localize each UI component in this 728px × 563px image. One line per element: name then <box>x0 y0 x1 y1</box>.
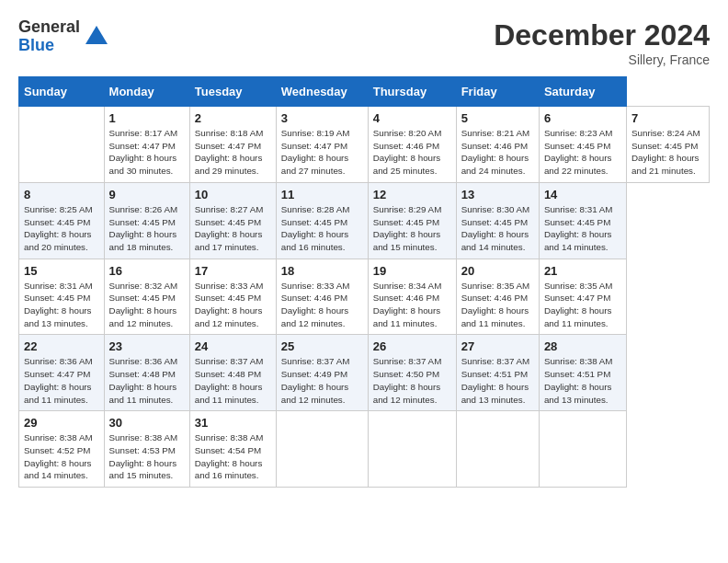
day-cell: 20Sunrise: 8:35 AMSunset: 4:46 PMDayligh… <box>456 259 539 335</box>
day-number: 9 <box>109 188 185 201</box>
day-info: Sunrise: 8:38 AMSunset: 4:52 PMDaylight:… <box>24 431 99 482</box>
column-header-thursday: Thursday <box>368 77 456 107</box>
day-number: 15 <box>24 264 99 278</box>
day-number: 4 <box>373 111 451 125</box>
day-cell: 26Sunrise: 8:37 AMSunset: 4:50 PMDayligh… <box>368 335 456 411</box>
day-info: Sunrise: 8:37 AMSunset: 4:51 PMDaylight:… <box>461 355 534 406</box>
day-number: 29 <box>24 416 99 430</box>
day-cell: 24Sunrise: 8:37 AMSunset: 4:48 PMDayligh… <box>189 335 276 411</box>
day-cell: 27Sunrise: 8:37 AMSunset: 4:51 PMDayligh… <box>456 335 539 411</box>
day-cell: 21Sunrise: 8:35 AMSunset: 4:47 PMDayligh… <box>539 259 626 335</box>
day-number: 30 <box>109 416 185 430</box>
week-row-5: 29Sunrise: 8:38 AMSunset: 4:52 PMDayligh… <box>19 411 710 488</box>
day-cell: 10Sunrise: 8:27 AMSunset: 4:45 PMDayligh… <box>189 182 276 259</box>
day-info: Sunrise: 8:31 AMSunset: 4:45 PMDaylight:… <box>544 203 621 254</box>
day-cell: 16Sunrise: 8:32 AMSunset: 4:45 PMDayligh… <box>104 259 189 335</box>
day-cell: 4Sunrise: 8:20 AMSunset: 4:46 PMDaylight… <box>368 107 456 183</box>
day-info: Sunrise: 8:30 AMSunset: 4:45 PMDaylight:… <box>461 203 534 254</box>
day-info: Sunrise: 8:21 AMSunset: 4:46 PMDaylight:… <box>461 127 534 178</box>
day-cell: 8Sunrise: 8:25 AMSunset: 4:45 PMDaylight… <box>19 182 105 259</box>
day-cell <box>368 411 456 488</box>
day-number: 12 <box>373 188 451 201</box>
column-header-wednesday: Wednesday <box>276 77 368 107</box>
week-row-4: 22Sunrise: 8:36 AMSunset: 4:47 PMDayligh… <box>19 335 710 411</box>
logo-general-text: General <box>18 18 80 37</box>
day-cell: 25Sunrise: 8:37 AMSunset: 4:49 PMDayligh… <box>276 335 368 411</box>
day-number: 20 <box>461 264 534 278</box>
day-number: 19 <box>373 264 451 278</box>
logo: General Blue <box>18 18 109 55</box>
day-number: 28 <box>544 339 621 353</box>
day-info: Sunrise: 8:38 AMSunset: 4:54 PMDaylight:… <box>195 431 271 482</box>
day-info: Sunrise: 8:38 AMSunset: 4:51 PMDaylight:… <box>544 355 621 406</box>
week-row-2: 8Sunrise: 8:25 AMSunset: 4:45 PMDaylight… <box>19 182 710 259</box>
day-number: 7 <box>631 111 704 125</box>
day-number: 11 <box>281 188 363 201</box>
day-info: Sunrise: 8:35 AMSunset: 4:47 PMDaylight:… <box>544 280 621 330</box>
week-row-1: 1Sunrise: 8:17 AMSunset: 4:47 PMDaylight… <box>19 107 710 183</box>
day-info: Sunrise: 8:34 AMSunset: 4:46 PMDaylight:… <box>373 280 451 330</box>
day-cell <box>276 411 368 488</box>
day-cell: 28Sunrise: 8:38 AMSunset: 4:51 PMDayligh… <box>539 335 626 411</box>
day-number: 18 <box>281 264 363 278</box>
day-number: 13 <box>461 188 534 201</box>
day-cell: 13Sunrise: 8:30 AMSunset: 4:45 PMDayligh… <box>456 182 539 259</box>
day-info: Sunrise: 8:19 AMSunset: 4:47 PMDaylight:… <box>281 127 363 178</box>
day-info: Sunrise: 8:33 AMSunset: 4:46 PMDaylight:… <box>281 280 363 330</box>
column-header-monday: Monday <box>104 77 189 107</box>
day-cell: 6Sunrise: 8:23 AMSunset: 4:45 PMDaylight… <box>539 107 626 183</box>
day-cell: 29Sunrise: 8:38 AMSunset: 4:52 PMDayligh… <box>19 411 105 488</box>
day-info: Sunrise: 8:28 AMSunset: 4:45 PMDaylight:… <box>281 203 363 254</box>
month-title: December 2024 <box>494 18 710 52</box>
day-cell: 11Sunrise: 8:28 AMSunset: 4:45 PMDayligh… <box>276 182 368 259</box>
day-number: 14 <box>544 188 621 201</box>
day-info: Sunrise: 8:17 AMSunset: 4:47 PMDaylight:… <box>109 127 185 178</box>
column-header-friday: Friday <box>456 77 539 107</box>
day-number: 5 <box>461 111 534 125</box>
day-number: 26 <box>373 339 451 353</box>
day-info: Sunrise: 8:31 AMSunset: 4:45 PMDaylight:… <box>24 280 99 330</box>
day-info: Sunrise: 8:36 AMSunset: 4:48 PMDaylight:… <box>109 355 185 406</box>
day-number: 24 <box>195 339 271 353</box>
logo-blue-text: Blue <box>18 37 80 55</box>
column-header-tuesday: Tuesday <box>189 77 276 107</box>
day-number: 17 <box>195 264 271 278</box>
day-number: 16 <box>109 264 185 278</box>
empty-cell <box>19 107 105 183</box>
day-cell: 15Sunrise: 8:31 AMSunset: 4:45 PMDayligh… <box>19 259 105 335</box>
day-number: 2 <box>195 111 271 125</box>
day-number: 6 <box>544 111 621 125</box>
day-number: 10 <box>195 188 271 201</box>
day-cell: 30Sunrise: 8:38 AMSunset: 4:53 PMDayligh… <box>104 411 189 488</box>
day-number: 31 <box>195 416 271 430</box>
day-cell: 22Sunrise: 8:36 AMSunset: 4:47 PMDayligh… <box>19 335 105 411</box>
day-number: 25 <box>281 339 363 353</box>
day-info: Sunrise: 8:20 AMSunset: 4:46 PMDaylight:… <box>373 127 451 178</box>
day-info: Sunrise: 8:35 AMSunset: 4:46 PMDaylight:… <box>461 280 534 330</box>
day-number: 8 <box>24 188 99 201</box>
logo-icon <box>84 24 109 50</box>
day-info: Sunrise: 8:24 AMSunset: 4:45 PMDaylight:… <box>631 127 704 178</box>
day-cell: 18Sunrise: 8:33 AMSunset: 4:46 PMDayligh… <box>276 259 368 335</box>
day-number: 21 <box>544 264 621 278</box>
day-info: Sunrise: 8:29 AMSunset: 4:45 PMDaylight:… <box>373 203 451 254</box>
day-info: Sunrise: 8:32 AMSunset: 4:45 PMDaylight:… <box>109 280 185 330</box>
day-cell: 23Sunrise: 8:36 AMSunset: 4:48 PMDayligh… <box>104 335 189 411</box>
day-info: Sunrise: 8:23 AMSunset: 4:45 PMDaylight:… <box>544 127 621 178</box>
day-info: Sunrise: 8:36 AMSunset: 4:47 PMDaylight:… <box>24 355 99 406</box>
day-cell: 1Sunrise: 8:17 AMSunset: 4:47 PMDaylight… <box>104 107 189 183</box>
day-number: 23 <box>109 339 185 353</box>
day-cell: 19Sunrise: 8:34 AMSunset: 4:46 PMDayligh… <box>368 259 456 335</box>
day-number: 27 <box>461 339 534 353</box>
page-header: General Blue December 2024 Sillery, Fran… <box>18 18 710 67</box>
location-subtitle: Sillery, France <box>494 52 710 67</box>
day-info: Sunrise: 8:26 AMSunset: 4:45 PMDaylight:… <box>109 203 185 254</box>
day-cell: 14Sunrise: 8:31 AMSunset: 4:45 PMDayligh… <box>539 182 626 259</box>
day-cell: 7Sunrise: 8:24 AMSunset: 4:45 PMDaylight… <box>626 107 709 183</box>
header-row: SundayMondayTuesdayWednesdayThursdayFrid… <box>19 77 710 107</box>
day-cell: 2Sunrise: 8:18 AMSunset: 4:47 PMDaylight… <box>189 107 276 183</box>
day-info: Sunrise: 8:37 AMSunset: 4:49 PMDaylight:… <box>281 355 363 406</box>
day-cell <box>456 411 539 488</box>
day-cell: 9Sunrise: 8:26 AMSunset: 4:45 PMDaylight… <box>104 182 189 259</box>
day-number: 22 <box>24 339 99 353</box>
